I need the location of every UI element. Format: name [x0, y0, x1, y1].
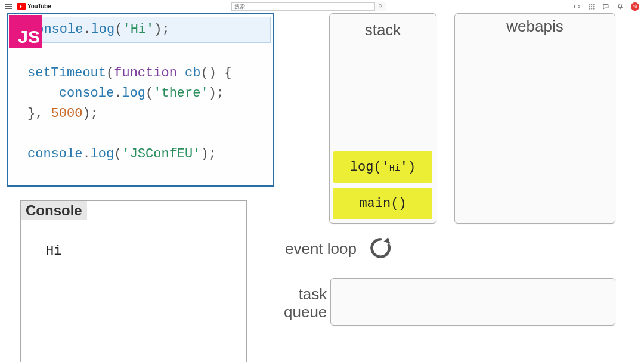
stack-frame: main(): [333, 188, 432, 219]
youtube-play-icon: [17, 3, 26, 10]
youtube-logo[interactable]: YouTube: [17, 3, 51, 10]
svg-point-6: [589, 6, 590, 7]
search-input[interactable]: [231, 2, 374, 11]
svg-point-11: [593, 8, 595, 9]
task-queue-panel: [330, 278, 615, 326]
create-video-icon[interactable]: [574, 3, 581, 10]
youtube-wordmark: YouTube: [27, 3, 51, 10]
webapis-title: webapis: [455, 14, 615, 36]
messages-icon[interactable]: [602, 3, 609, 10]
svg-point-9: [589, 8, 590, 9]
js-badge-text: JS: [18, 28, 40, 46]
search-icon: [378, 4, 383, 9]
svg-marker-12: [384, 237, 391, 244]
js-badge: JS: [9, 15, 42, 48]
video-content: JS console.log('Hi'); setTimeout(functio…: [0, 13, 644, 362]
console-output: Hi: [46, 244, 61, 259]
hamburger-menu-icon[interactable]: [5, 4, 12, 9]
code-line: setTimeout(function cb() {: [8, 63, 273, 83]
svg-point-4: [591, 4, 592, 5]
apps-grid-icon[interactable]: [588, 3, 595, 10]
task-queue-label: task queue: [284, 285, 327, 321]
svg-rect-2: [575, 5, 578, 8]
search-button[interactable]: [374, 2, 386, 11]
svg-point-5: [593, 4, 595, 5]
code-line: [8, 124, 273, 144]
svg-point-8: [593, 6, 595, 7]
notifications-bell-icon[interactable]: [617, 3, 624, 10]
svg-point-7: [591, 6, 592, 7]
code-line: console.log('Hi');: [11, 17, 271, 43]
code-line: console.log('JSConfEU');: [8, 144, 273, 165]
youtube-header: YouTube 快: [0, 0, 644, 13]
stack-frames: log('Hi')main(): [333, 151, 432, 219]
code-panel: console.log('Hi'); setTimeout(function c…: [7, 13, 274, 187]
svg-line-1: [381, 7, 382, 8]
avatar[interactable]: 快: [631, 2, 639, 11]
event-loop-label: event loop: [285, 240, 357, 258]
stack-panel: stack log('Hi')main(): [329, 13, 436, 224]
code-line: console.log('there');: [8, 83, 273, 104]
svg-point-0: [379, 5, 382, 8]
console-title: Console: [21, 201, 87, 220]
stack-title: stack: [333, 17, 432, 39]
svg-point-10: [591, 8, 592, 9]
stack-frame: log('Hi'): [333, 151, 432, 183]
svg-point-3: [589, 4, 590, 5]
console-panel: Console Hi: [20, 200, 247, 362]
search-box: [231, 2, 386, 11]
code-line: [8, 43, 273, 63]
code-line: }, 5000);: [8, 104, 273, 124]
event-loop-arrow-icon: [367, 235, 394, 261]
webapis-panel: webapis: [454, 13, 615, 224]
